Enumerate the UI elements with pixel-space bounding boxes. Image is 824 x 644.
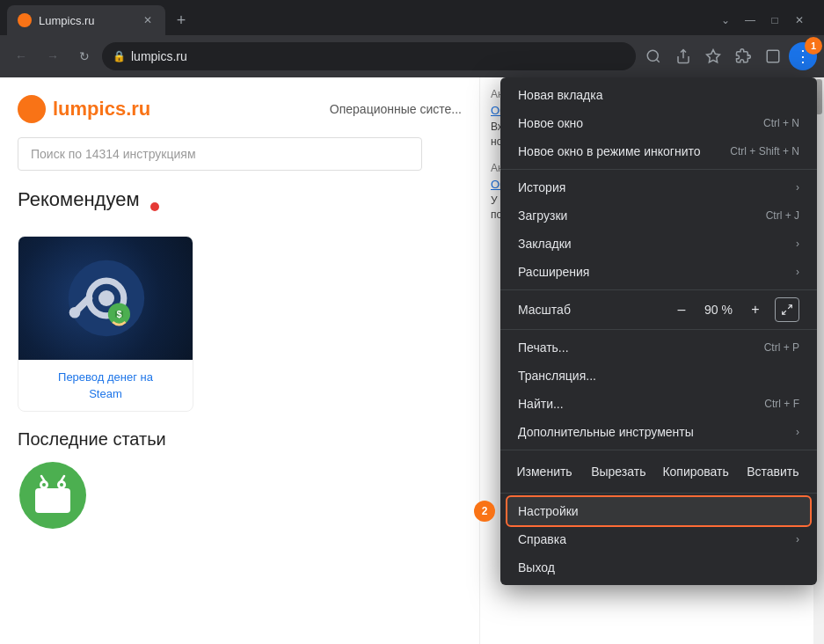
svg-point-17: [60, 483, 63, 487]
edit-row: Изменить Вырезать Копировать Вставить: [500, 454, 817, 489]
menu-item-print[interactable]: Печать... Ctrl + P: [500, 333, 817, 362]
menu-separator-5: [500, 493, 817, 494]
svg-point-16: [42, 483, 46, 487]
tab-favicon: [18, 13, 32, 27]
zoom-controls: – 90 % +: [669, 297, 799, 322]
header-right: Операционные систе...: [330, 102, 462, 116]
edit-btn-copy[interactable]: Копировать: [655, 457, 735, 486]
address-bar: ← → ↻ 🔒 lumpics.ru: [0, 35, 824, 77]
steam-logo-svg: $: [67, 259, 146, 338]
svg-point-0: [647, 50, 658, 61]
dropdown-menu: Новая вкладка Новое окно Ctrl + N Новое …: [500, 77, 817, 585]
svg-line-24: [783, 311, 786, 314]
menu-item-downloads[interactable]: Загрузки Ctrl + J: [500, 201, 817, 230]
menu-separator-1: [500, 169, 817, 170]
reload-button[interactable]: ↻: [70, 42, 98, 70]
svg-rect-3: [767, 50, 779, 62]
forward-button[interactable]: →: [39, 42, 67, 70]
badge-2: 2: [474, 501, 495, 522]
menu-item-extensions[interactable]: Расширения ›: [500, 258, 817, 286]
zoom-fullscreen-btn[interactable]: [775, 297, 799, 322]
menu-item-more-tools[interactable]: Дополнительные инструменты ›: [500, 418, 817, 446]
menu-item-cast[interactable]: Трансляция...: [500, 362, 817, 390]
menu-separator-4: [500, 450, 817, 450]
svg-rect-11: [35, 488, 70, 513]
menu-item-find[interactable]: Найти... Ctrl + F: [500, 390, 817, 418]
edit-btn-cut[interactable]: Вырезать: [581, 457, 655, 486]
search-box[interactable]: Поиск по 14314 инструкциям: [18, 137, 422, 171]
recommend-section: Рекомендуем: [18, 188, 462, 412]
site-logo: lumpics.ru: [18, 95, 150, 123]
site-header: lumpics.ru Операционные систе...: [18, 95, 462, 123]
logo-text: lumpics.ru: [53, 98, 150, 121]
zoom-minus-btn[interactable]: –: [669, 297, 694, 322]
svg-marker-2: [707, 50, 720, 62]
page-inner: lumpics.ru Операционные систе... Поиск п…: [0, 77, 479, 644]
window-controls: ⌄ — □ ✕: [715, 10, 817, 31]
menu-item-exit[interactable]: Выход: [500, 553, 817, 582]
browser-chrome: Lumpics.ru ✕ + ⌄ — □ ✕ ← → ↻ 🔒 lumpics.r…: [0, 0, 824, 77]
dropdown-arrow-button[interactable]: ⌄: [715, 10, 736, 31]
recommend-title: Рекомендуем: [18, 188, 140, 211]
tab-bar: Lumpics.ru ✕ + ⌄ — □ ✕: [0, 0, 824, 35]
url-text: lumpics.ru: [131, 49, 625, 63]
active-tab[interactable]: Lumpics.ru ✕: [7, 5, 165, 35]
last-articles-title: Последние статьи: [18, 429, 166, 449]
recommend-card[interactable]: $ Перевод денег на Steam: [18, 236, 193, 412]
star-icon-btn[interactable]: [699, 42, 727, 70]
tab-title: Lumpics.ru: [39, 14, 134, 27]
url-box[interactable]: 🔒 lumpics.ru: [102, 42, 636, 70]
zoom-value: 90 %: [701, 303, 736, 317]
zoom-plus-btn[interactable]: +: [743, 297, 768, 322]
profile-icon-btn[interactable]: [759, 42, 787, 70]
new-tab-button[interactable]: +: [169, 8, 193, 33]
menu-item-new-window[interactable]: Новое окно Ctrl + N: [500, 109, 817, 137]
search-icon-btn[interactable]: [639, 42, 667, 70]
menu-separator-3: [500, 329, 817, 330]
menu-item-help[interactable]: Справка ›: [500, 525, 817, 553]
badge-1: 1: [805, 37, 822, 55]
svg-point-6: [98, 290, 114, 306]
card-footer: Перевод денег на Steam: [18, 360, 193, 411]
android-image: [18, 460, 462, 534]
edit-btn-paste[interactable]: Вставить: [736, 457, 810, 486]
red-dot: [150, 202, 159, 211]
svg-line-23: [788, 305, 791, 309]
menu-item-bookmarks[interactable]: Закладки ›: [500, 230, 817, 258]
card-link: Перевод денег на Steam: [58, 370, 153, 400]
zoom-row: Масштаб – 90 % +: [500, 294, 817, 326]
puzzle-icon-btn[interactable]: [729, 42, 757, 70]
search-placeholder: Поиск по 14314 инструкциям: [31, 147, 196, 161]
back-button[interactable]: ←: [7, 42, 35, 70]
close-window-button[interactable]: ✕: [789, 10, 810, 31]
menu-icon-btn[interactable]: ⋮ 1: [789, 42, 817, 70]
maximize-button[interactable]: □: [764, 10, 785, 31]
svg-line-1: [656, 59, 659, 62]
svg-point-7: [69, 307, 81, 318]
last-articles-section: Последние статьи: [18, 429, 462, 534]
menu-item-history[interactable]: История ›: [500, 173, 817, 201]
menu-item-incognito[interactable]: Новое окно в режиме инкогнито Ctrl + Shi…: [500, 137, 817, 165]
toolbar-icons: ⋮ 1: [639, 42, 817, 70]
minimize-button[interactable]: —: [740, 10, 761, 31]
menu-item-settings[interactable]: Настройки 2: [507, 497, 810, 525]
tab-close-button[interactable]: ✕: [141, 13, 155, 27]
lock-icon: 🔒: [113, 50, 126, 62]
edit-btn-change[interactable]: Изменить: [507, 457, 581, 486]
menu-item-new-tab[interactable]: Новая вкладка: [500, 81, 817, 109]
logo-circle: [18, 95, 46, 123]
card-image: $: [18, 237, 193, 360]
menu-separator-2: [500, 289, 817, 290]
share-icon-btn[interactable]: [669, 42, 697, 70]
svg-text:$: $: [116, 309, 121, 319]
